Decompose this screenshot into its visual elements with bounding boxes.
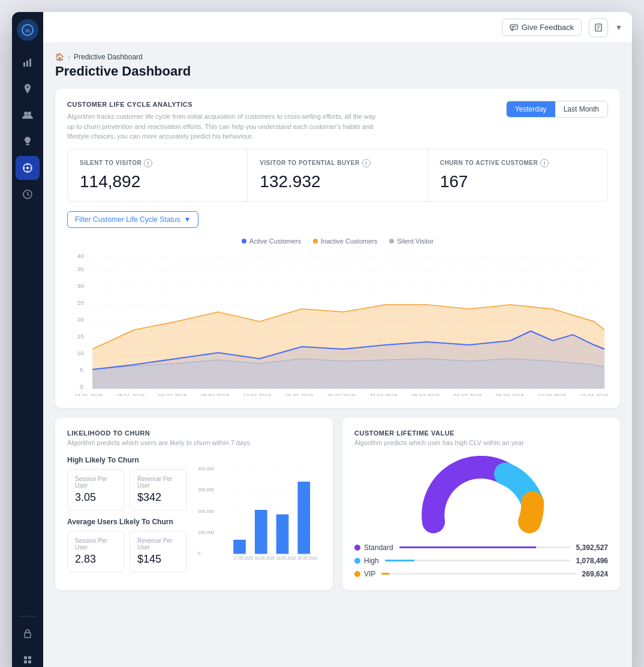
sidebar-logo: in (17, 19, 38, 41)
inactive-customers-dot (313, 239, 318, 244)
svg-text:08.02.2019: 08.02.2019 (201, 392, 229, 395)
svg-text:04.02.2019: 04.02.2019 (158, 392, 186, 395)
standard-dot (354, 545, 360, 551)
churn-bar-chart: 0 100,000 200,000 300,000 400,000 (197, 456, 321, 572)
svg-point-6 (28, 112, 31, 115)
time-filter-group: Yesterday Last Month (506, 101, 608, 118)
line-chart: 0 5 10 15 20 25 30 35 40 (67, 252, 608, 396)
clv-title: CUSTOMER LIFETIME VALUE (354, 429, 608, 437)
sidebar-item-users[interactable] (16, 103, 40, 127)
svg-text:0: 0 (80, 383, 83, 389)
avg-revenue-label: Revenue Per User (137, 537, 179, 551)
high-value: 1,078,496 (576, 557, 608, 565)
svg-rect-72 (255, 510, 267, 554)
lifecycle-chart-container: Filter Customer Life Cycle Status ▼ Acti… (67, 211, 608, 396)
silent-visitor-dot (389, 239, 394, 244)
high-session-value: 3.05 (75, 491, 117, 504)
standard-label: Standard (364, 543, 393, 552)
svg-text:16.03.2019: 16.03.2019 (580, 392, 608, 395)
breadcrumb-separator: › (68, 53, 70, 61)
svg-text:35: 35 (77, 266, 84, 272)
active-customers-dot (242, 239, 246, 244)
svg-rect-20 (510, 25, 517, 29)
high-revenue-card: Revenue Per User $342 (130, 469, 187, 510)
home-icon: 🏠 (55, 53, 64, 61)
svg-text:17.05.2020: 17.05.2020 (233, 555, 253, 560)
high-bar (385, 560, 570, 561)
legend-active-customers: Active Customers (242, 238, 301, 245)
svg-text:28.02.2019: 28.02.2019 (411, 392, 440, 395)
yesterday-button[interactable]: Yesterday (507, 101, 555, 117)
sidebar-item-lock[interactable] (16, 621, 40, 645)
svg-text:300,000: 300,000 (198, 486, 214, 492)
svg-text:100,000: 100,000 (198, 529, 214, 534)
high-session-label: Session Per User (75, 476, 117, 489)
high-likely-metrics: Session Per User 3.05 Revenue Per User $… (67, 469, 187, 510)
svg-text:in: in (25, 28, 30, 34)
page-content: 🏠 › Predictive Dashboard Predictive Dash… (43, 43, 632, 667)
svg-text:12.03.2019: 12.03.2019 (538, 392, 566, 395)
churn-active-value: 167 (440, 172, 595, 191)
svg-text:12.02.2019: 12.02.2019 (243, 392, 271, 395)
svg-text:10: 10 (77, 350, 84, 356)
silent-visitor-value: 114,892 (80, 172, 235, 191)
clv-vip-item: VIP 269,624 (354, 570, 608, 578)
sidebar-item-history[interactable] (16, 182, 40, 206)
last-month-button[interactable]: Last Month (555, 101, 607, 117)
feedback-label: Give Feedback (522, 23, 574, 32)
bottom-row: LIKELIHOOD TO CHURN Algorithm predicts w… (55, 417, 620, 600)
breadcrumb: 🏠 › Predictive Dashboard (55, 53, 620, 61)
analytics-title: CUSTOMER LIFE CYCLE ANALYTICS (67, 101, 379, 108)
standard-bar (399, 546, 570, 548)
svg-text:0: 0 (198, 551, 200, 556)
sidebar-item-dashboard[interactable] (16, 156, 40, 180)
svg-text:18.05.2020: 18.05.2020 (255, 555, 275, 560)
visitor-buyer-info-icon[interactable]: i (362, 159, 371, 167)
vip-bar (381, 573, 576, 575)
main-content: Give Feedback ▼ 🏠 › Predictive Dashboard… (43, 12, 632, 667)
visitor-buyer-label: VISITOR TO POTENTIAL BUYER (260, 160, 359, 166)
filter-lifecycle-button[interactable]: Filter Customer Life Cycle Status ▼ (67, 211, 198, 228)
legend-inactive-customers: Inactive Customers (313, 238, 377, 245)
churn-grid: High Likely To Churn Session Per User 3.… (67, 456, 321, 572)
svg-point-9 (26, 167, 29, 169)
breadcrumb-current: Predictive Dashboard (74, 53, 143, 61)
legend-silent-visitor: Silent Visitor (389, 238, 434, 245)
svg-rect-16 (24, 656, 27, 659)
svg-point-5 (24, 112, 28, 115)
vip-label: VIP (364, 570, 375, 578)
analytics-description: Algorithm tracks customer life cycle fro… (67, 112, 379, 142)
book-icon-button[interactable] (589, 18, 608, 37)
sidebar-item-chart[interactable] (16, 50, 40, 74)
svg-rect-73 (276, 514, 289, 554)
svg-text:04.03.2019: 04.03.2019 (453, 392, 482, 395)
svg-text:400,000: 400,000 (198, 466, 214, 471)
sidebar-item-grid[interactable] (16, 648, 40, 667)
svg-text:16.02.2019: 16.02.2019 (285, 392, 313, 395)
churn-title: LIKELIHOOD TO CHURN (67, 429, 321, 437)
svg-text:15: 15 (77, 333, 84, 339)
svg-text:20.02.2019: 20.02.2019 (327, 392, 355, 395)
average-title: Average Users Likely To Churn (67, 518, 187, 526)
header: Give Feedback ▼ (43, 12, 632, 43)
inactive-customers-label: Inactive Customers (321, 238, 377, 245)
clv-card: CUSTOMER LIFETIME VALUE Algorithm predic… (342, 417, 620, 590)
average-group: Average Users Likely To Churn Session Pe… (67, 518, 187, 572)
clv-standard-item: Standard 5,392,527 (354, 543, 608, 552)
churn-active-info-icon[interactable]: i (540, 159, 549, 167)
filter-chevron-icon: ▼ (183, 215, 191, 224)
vip-value: 269,624 (582, 570, 608, 578)
silent-visitor-info-icon[interactable]: i (144, 159, 152, 167)
svg-text:5: 5 (80, 366, 83, 372)
svg-rect-74 (297, 481, 310, 553)
chart-legend: Active Customers Inactive Customers Sile… (67, 238, 608, 245)
clv-donut-chart (354, 456, 608, 534)
page-title: Predictive Dashboard (55, 64, 620, 79)
sidebar-item-lightbulb[interactable] (16, 130, 40, 154)
sidebar-item-location[interactable] (16, 77, 40, 101)
silent-visitor-chart-label: Silent Visitor (397, 238, 434, 245)
give-feedback-button[interactable]: Give Feedback (502, 19, 582, 36)
analytics-header: CUSTOMER LIFE CYCLE ANALYTICS Algorithm … (67, 101, 608, 142)
high-dot (354, 558, 360, 564)
header-chevron-icon[interactable]: ▼ (615, 23, 622, 32)
